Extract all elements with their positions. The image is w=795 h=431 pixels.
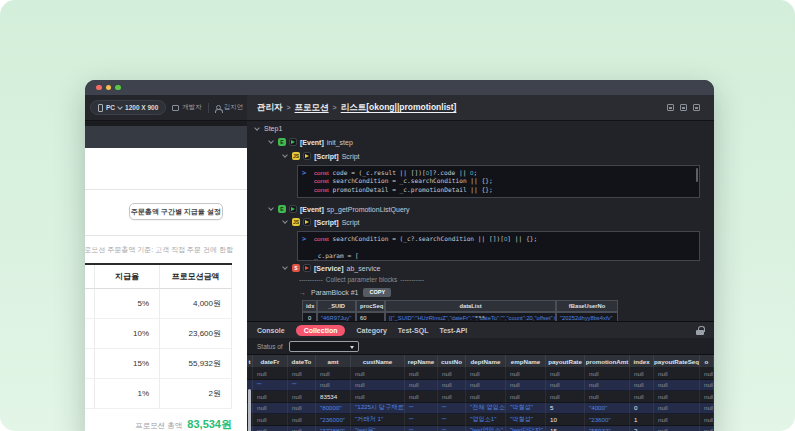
table-cell: null [700,414,714,426]
table-cell: null [438,391,466,403]
table-row[interactable]: nullnull"80000""1225시 당구재료""""""전체 영업소""… [247,403,714,415]
prompt-icon: > [298,166,310,197]
payout-table-header: 지급율 프로모션금액 [85,265,232,289]
table-cell: "" [438,403,466,415]
data-table-body: nullnullnullnullnullnullnullnullnullnull… [247,368,714,431]
save-icon[interactable] [667,104,674,111]
table-cell: 2 [630,426,654,431]
preview-header-band [85,126,247,148]
param-table-header: idx _SUID procSeq dataList fBaseUserNo [302,300,618,312]
table-cell: null [654,368,700,380]
table-cell: null [700,380,714,392]
table-cell: null [253,391,288,403]
payout-rate-settings-button[interactable]: 주문총액 구간별 지급율 설정 [129,203,223,220]
table-row[interactable]: nullnull83534nullnullnullnullnullnullnul… [247,391,714,403]
table-cell: null [288,414,316,426]
table-row[interactable]: nullnull"372880""test용""""""test영업소""tes… [247,426,714,431]
table-cell: "" [405,403,438,415]
table-row[interactable]: nullnullnullnullnullnullnullnullnullnull… [247,368,714,380]
maximize-window-icon[interactable] [115,85,121,91]
chevron-down-icon [117,104,123,110]
user-menu[interactable]: 김지연 [215,103,244,112]
table-cell: null [654,426,700,431]
breadcrumb-promotion[interactable]: 프로모션 [295,102,329,114]
tree-node-service-ab-service[interactable]: S [Service] ab_service [283,264,380,272]
export-icon[interactable] [680,104,687,111]
column-header: payoutRateSeq [654,355,700,368]
table-cell [85,379,95,409]
code-line [314,243,695,251]
breadcrumb-separator: > [333,104,337,111]
table-cell: null [654,414,700,426]
developer-button[interactable]: 개발자 [172,103,202,112]
node-type: [Service] [314,265,344,272]
table-cell: "" [253,380,288,392]
collapse-icon[interactable] [268,205,274,211]
collapse-icon[interactable] [282,152,288,158]
table-cell: "거래처 1" [351,414,405,426]
breadcrumb-list[interactable]: 리스트[okong||promotionlist] [341,102,457,114]
tab-console[interactable]: Console [257,327,285,334]
collapse-icon[interactable] [268,138,274,144]
table-cell: null [351,380,405,392]
table-cell: "" [405,426,438,431]
device-selector[interactable]: PC 1200 X 900 [90,100,166,115]
status-select[interactable] [289,341,359,352]
column-header: custNo [438,355,466,368]
run-icon[interactable] [303,152,311,160]
code-lines[interactable]: const code = (_c.result || [])[0]?.code … [310,166,699,197]
table-cell: null [438,368,466,380]
promotion-amount-cell: 55,932원 [160,349,232,379]
event-badge-icon: E [278,138,286,146]
code-scrollbar[interactable] [696,168,699,182]
table-cell: null [351,391,405,403]
tab-test-api[interactable]: Test-API [439,327,467,334]
tab-collection[interactable]: Collection [296,325,346,336]
tab-test-sql[interactable]: Test-SQL [398,327,429,334]
code-line: const searchCondition = (_c?.searchCondi… [314,235,695,243]
table-cell: 5 [546,403,585,415]
preview-panel: 주문총액 구간별 지급율 설정 프로모션 주문총액 기준: 고객 직접 주문 건… [85,121,247,431]
table-cell: null [546,391,585,403]
collapse-icon[interactable] [282,218,288,224]
app-window: PC 1200 X 900 개발자 김지연 관리자 > 프로 [85,80,714,431]
run-icon[interactable] [289,138,297,146]
developer-label: 개발자 [182,103,202,112]
collect-parameter-blocks-label: ----------- Collect parameter blocks ---… [299,276,424,283]
node-name: sp_getPromotionListQuery [327,206,410,213]
code-editor-2[interactable]: > const searchCondition = (_c?.searchCon… [297,231,700,261]
tree-node-event-init-step[interactable]: E [Event] init_step [269,138,353,146]
tree-node-step1[interactable]: Step1 [255,125,282,132]
table-cell: null [585,368,630,380]
table-row[interactable]: nullnull"236000""거래처 1""""""영업소1""박철성"10… [247,414,714,426]
run-icon[interactable] [289,205,297,213]
run-icon[interactable] [303,218,311,226]
badge-icon[interactable] [693,104,700,111]
copy-button[interactable]: COPY [363,288,391,297]
table-cell: null [654,391,700,403]
code-lines[interactable]: const searchCondition = (_c?.searchCondi… [310,232,699,260]
device-resolution: 1200 X 900 [125,104,158,111]
breadcrumb-admin[interactable]: 관리자 [257,102,283,114]
collapse-icon[interactable] [254,125,260,131]
close-window-icon[interactable] [96,85,102,91]
table-cell: null [654,380,700,392]
panel-resize-handle[interactable]: ••• [247,313,714,320]
code-editor-1[interactable]: > const code = (_c.result || [])[0]?.cod… [297,165,700,198]
table-cell [85,289,95,319]
table-cell: 10 [546,414,585,426]
collapse-icon[interactable] [282,264,288,270]
lock-icon[interactable] [696,326,704,335]
minimize-window-icon[interactable] [106,85,112,91]
id-card-icon [172,105,179,111]
tab-category[interactable]: Category [356,327,386,334]
table-cell: null [506,368,546,380]
vertical-scrollbar[interactable] [248,389,251,431]
tree-node-event-sp-getpromotionlistquery[interactable]: E [Event] sp_getPromotionListQuery [269,205,410,213]
table-cell: null [316,368,351,380]
run-icon[interactable] [303,264,311,272]
table-row[interactable]: """"nullnullnullnullnullnullnullnullnull… [247,380,714,392]
table-cell: null [585,391,630,403]
tree-node-script-1[interactable]: JS [Script] Script [283,152,360,160]
tree-node-script-2[interactable]: JS [Script] Script [283,218,360,226]
